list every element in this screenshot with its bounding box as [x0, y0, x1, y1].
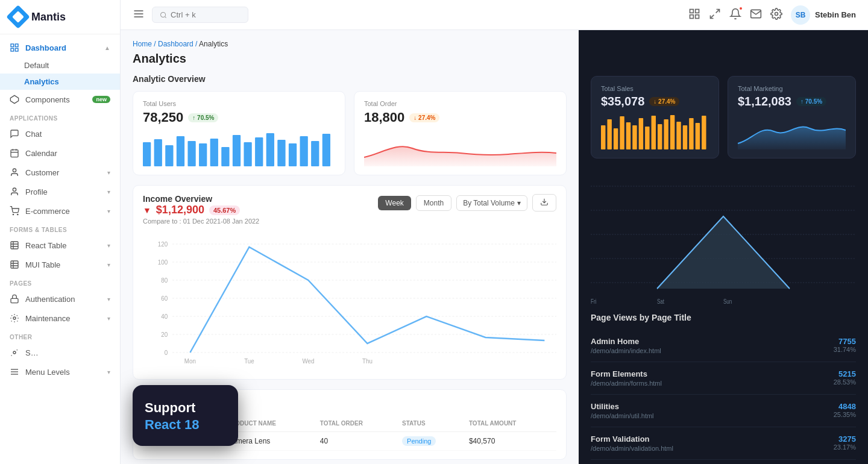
download-button[interactable] — [532, 194, 556, 212]
sidebar-item-chat[interactable]: Chat — [0, 124, 120, 143]
cell: Camera Lens — [224, 432, 317, 451]
menu-levels-label: Menu Levels — [25, 368, 70, 377]
header-search[interactable] — [152, 7, 248, 23]
svg-rect-71 — [614, 128, 618, 149]
volume-select[interactable]: By Total Volume ▾ — [456, 195, 527, 211]
dark-income-chart-area: Fri Sat Sun — [591, 168, 856, 313]
fullscreen-button[interactable] — [709, 8, 721, 22]
pv-stats-4: 3275 23.17% — [834, 434, 856, 451]
pv-url-4: /demo/admin/validation.html — [591, 445, 834, 452]
notification-dot — [738, 6, 743, 11]
stat-cards: Total Users 78,250 ↑ 70.5% — [133, 91, 567, 175]
search-input[interactable] — [171, 10, 241, 19]
ecommerce-icon — [10, 206, 19, 216]
page-view-info-2: Form Elements /demo/admin/forms.html — [591, 369, 834, 387]
svg-point-24 — [161, 12, 166, 17]
sidebar-item-react-table[interactable]: React Table ▾ — [0, 236, 120, 255]
messages-button[interactable] — [750, 8, 762, 22]
svg-rect-81 — [676, 122, 681, 149]
sidebar-item-profile[interactable]: Profile ▾ — [0, 182, 120, 201]
svg-rect-44 — [266, 133, 274, 166]
sidebar-item-mui-table[interactable]: MUI Table ▾ — [0, 255, 120, 274]
pv-count-4: 3275 — [834, 434, 856, 444]
chevron-down-icon-2: ▾ — [107, 189, 110, 195]
page-title: Analytics — [133, 52, 567, 66]
sidebar-item-default[interactable]: Default — [0, 57, 120, 74]
sidebar-logo[interactable]: Mantis — [0, 0, 120, 34]
maintenance-icon — [10, 313, 19, 323]
chevron-down-icon-4: ▾ — [107, 242, 110, 249]
breadcrumb-dashboard[interactable]: Dashboard — [158, 40, 193, 48]
sidebar-item-components[interactable]: Components new — [0, 90, 120, 109]
sidebar-item-authentication[interactable]: Authentication ▾ — [0, 289, 120, 309]
pv-pct-1: 31.74% — [834, 346, 856, 353]
components-label: Components — [25, 95, 70, 104]
sidebar-item-menu-levels[interactable]: Menu Levels ▾ — [0, 362, 120, 381]
sidebar-item-calendar[interactable]: Calendar — [0, 143, 120, 163]
svg-text:100: 100 — [158, 259, 168, 266]
apps-icon — [688, 8, 700, 20]
svg-line-30 — [716, 9, 720, 13]
svg-rect-36 — [177, 136, 184, 166]
sidebar-item-dashboard[interactable]: Dashboard ▲ — [0, 38, 120, 57]
chat-icon — [10, 129, 19, 139]
notifications-button[interactable] — [729, 8, 741, 22]
page-view-admin-home: Admin Home /demo/admin/index.html 7755 3… — [591, 330, 856, 362]
svg-rect-0 — [11, 44, 14, 47]
page-view-info-3: Utilities /demo/admin/util.html — [591, 402, 834, 419]
sidebar-item-settings[interactable]: S… — [0, 343, 120, 362]
income-value: $1,12,900 — [156, 204, 204, 216]
section-applications: Applications — [0, 109, 120, 124]
chevron-down-icon-6: ▾ — [107, 296, 110, 303]
dark-stat-card-sales: Total Sales $35,078 ↓ 27.4% — [591, 76, 719, 158]
svg-rect-1 — [15, 44, 18, 47]
svg-text:40: 40 — [161, 313, 168, 320]
sales-chart — [601, 113, 709, 149]
svg-rect-79 — [664, 119, 668, 149]
mui-table-icon — [10, 260, 19, 269]
svg-rect-2 — [15, 48, 18, 51]
total-sales-value: $35,078 ↓ 27.4% — [601, 95, 709, 108]
page-view-info-4: Form Validation /demo/admin/validation.h… — [591, 434, 834, 452]
sidebar-item-analytics[interactable]: Analytics — [0, 74, 120, 90]
svg-rect-76 — [645, 127, 649, 149]
chevron-down-icon-8: ▾ — [107, 369, 110, 375]
breadcrumb-home[interactable]: Home — [133, 40, 152, 48]
chevron-down-icon-5: ▾ — [107, 262, 110, 268]
svg-rect-49 — [322, 134, 330, 166]
menu-toggle-button[interactable] — [133, 8, 145, 22]
settings-button[interactable] — [770, 8, 782, 22]
apps-button[interactable] — [688, 8, 700, 22]
new-badge: new — [92, 96, 110, 103]
sales-number: $35,078 — [601, 95, 644, 108]
header: SB Stebin Ben — [121, 0, 868, 30]
sidebar: Mantis Dashboard ▲ Default Analytics Com… — [0, 0, 121, 464]
svg-rect-26 — [690, 9, 694, 13]
svg-point-17 — [13, 351, 16, 354]
hamburger-icon — [133, 8, 145, 20]
pv-url-1: /demo/admin/index.html — [591, 347, 834, 354]
orders-chart — [364, 130, 556, 166]
sidebar-item-maintenance[interactable]: Maintenance ▾ — [0, 309, 120, 328]
week-button[interactable]: Week — [378, 196, 410, 210]
gear-icon — [770, 8, 782, 20]
breadcrumb-current: Analytics — [199, 40, 228, 48]
svg-rect-43 — [255, 137, 263, 166]
income-controls: Week Month By Total Volume ▾ — [378, 194, 556, 212]
svg-rect-41 — [233, 135, 241, 166]
svg-rect-72 — [620, 116, 624, 149]
svg-text:20: 20 — [161, 331, 168, 338]
support-popup[interactable]: Support React 18 — [133, 385, 238, 446]
customer-icon — [10, 168, 19, 177]
sidebar-item-ecommerce[interactable]: E-commerce ▾ — [0, 201, 120, 221]
user-avatar[interactable]: SB Stebin Ben — [791, 5, 856, 25]
income-overview-card: Income Overview ▼ $1,12,900 45.67% Compa… — [133, 185, 567, 380]
svg-text:Wed: Wed — [302, 358, 314, 365]
content-area: Home / Dashboard / Analytics Analytics A… — [121, 30, 868, 464]
month-button[interactable]: Month — [416, 195, 451, 211]
sidebar-item-customer[interactable]: Customer ▾ — [0, 163, 120, 182]
dark-stat-cards: Total Sales $35,078 ↓ 27.4% — [591, 76, 856, 158]
svg-rect-35 — [165, 145, 173, 166]
header-left — [133, 7, 248, 23]
income-arrow: ▼ — [143, 205, 151, 215]
